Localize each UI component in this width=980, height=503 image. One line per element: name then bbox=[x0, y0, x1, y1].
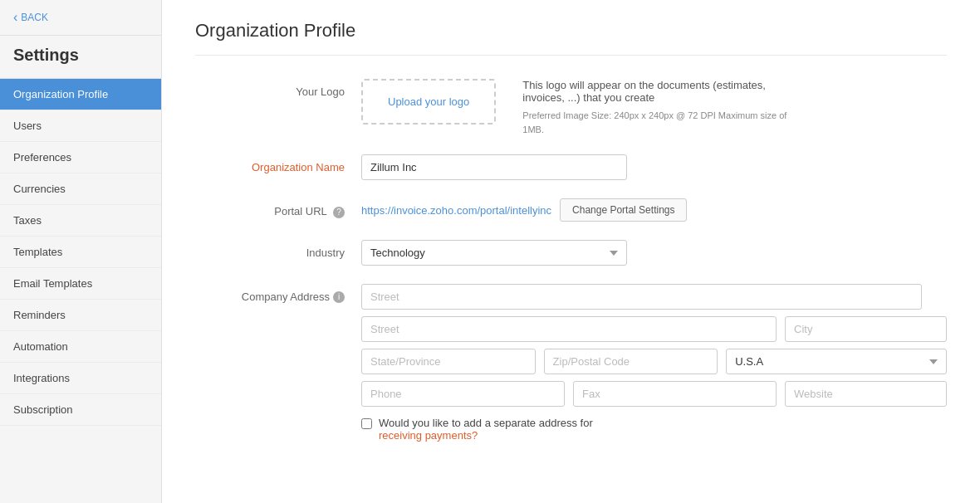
logo-upload-button[interactable]: Upload your logo bbox=[361, 79, 496, 125]
website-input[interactable] bbox=[785, 381, 947, 407]
company-address-row: Company Address i U.S.A Canada UK Austr bbox=[195, 284, 947, 442]
sidebar-item-subscription[interactable]: Subscription bbox=[0, 394, 161, 426]
city-input[interactable] bbox=[785, 316, 947, 342]
org-name-row: Organization Name bbox=[195, 154, 947, 180]
sidebar-item-taxes[interactable]: Taxes bbox=[0, 205, 161, 237]
industry-row: Industry Technology Finance Healthcare E… bbox=[195, 240, 947, 266]
separate-address-label: Would you like to add a separate address… bbox=[379, 417, 593, 442]
upload-label: Upload your logo bbox=[388, 95, 469, 108]
sidebar-item-currencies[interactable]: Currencies bbox=[0, 173, 161, 205]
street-input-2[interactable] bbox=[361, 316, 777, 342]
logo-info-sub: Preferred Image Size: 240px x 240px @ 72… bbox=[522, 109, 788, 136]
country-select[interactable]: U.S.A Canada UK Australia India Germany bbox=[726, 349, 947, 374]
company-address-content: U.S.A Canada UK Australia India Germany … bbox=[361, 284, 947, 442]
sidebar-item-templates[interactable]: Templates bbox=[0, 237, 161, 268]
sidebar-item-reminders[interactable]: Reminders bbox=[0, 300, 161, 331]
receiving-payments-link[interactable]: receiving payments? bbox=[379, 429, 478, 442]
sidebar-item-preferences[interactable]: Preferences bbox=[0, 142, 161, 173]
zip-input[interactable] bbox=[544, 349, 718, 374]
portal-url-link[interactable]: https://invoice.zoho.com/portal/intellyi… bbox=[361, 204, 551, 217]
industry-content: Technology Finance Healthcare Education … bbox=[361, 240, 947, 266]
company-address-info-icon[interactable]: i bbox=[333, 291, 345, 303]
state-input[interactable] bbox=[361, 349, 536, 374]
address-row-3: U.S.A Canada UK Australia India Germany bbox=[361, 349, 947, 374]
industry-select[interactable]: Technology Finance Healthcare Education … bbox=[361, 240, 627, 266]
street-input-1[interactable] bbox=[361, 284, 922, 310]
main-content: Organization Profile Your Logo Upload yo… bbox=[162, 0, 980, 503]
portal-url-label: Portal URL ? bbox=[195, 198, 361, 218]
sidebar: BACK Settings Organization Profile Users… bbox=[0, 0, 162, 503]
phone-input[interactable] bbox=[361, 381, 565, 407]
logo-row: Your Logo Upload your logo This logo wil… bbox=[195, 79, 947, 136]
portal-url-row: Portal URL ? https://invoice.zoho.com/po… bbox=[195, 198, 947, 222]
logo-content: Upload your logo This logo will appear o… bbox=[361, 79, 947, 136]
sidebar-item-automation[interactable]: Automation bbox=[0, 331, 161, 363]
sidebar-item-users[interactable]: Users bbox=[0, 110, 161, 142]
logo-label: Your Logo bbox=[195, 79, 361, 98]
company-address-label: Company Address i bbox=[195, 284, 361, 303]
org-name-label: Organization Name bbox=[195, 154, 361, 173]
logo-info-main: This logo will appear on the documents (… bbox=[522, 79, 788, 104]
back-button[interactable]: BACK bbox=[0, 0, 161, 36]
separate-address-row: Would you like to add a separate address… bbox=[361, 417, 947, 442]
page-title: Organization Profile bbox=[195, 20, 947, 56]
address-row-2 bbox=[361, 316, 947, 342]
sidebar-item-integrations[interactable]: Integrations bbox=[0, 363, 161, 394]
org-name-input[interactable] bbox=[361, 154, 627, 180]
org-name-content bbox=[361, 154, 947, 180]
address-row-4 bbox=[361, 381, 947, 407]
logo-info: This logo will appear on the documents (… bbox=[522, 79, 788, 136]
sidebar-item-email-templates[interactable]: Email Templates bbox=[0, 268, 161, 300]
portal-url-content: https://invoice.zoho.com/portal/intellyi… bbox=[361, 198, 947, 222]
industry-label: Industry bbox=[195, 240, 361, 259]
separate-address-checkbox[interactable] bbox=[361, 418, 372, 429]
portal-url-info-icon[interactable]: ? bbox=[333, 207, 345, 218]
change-portal-settings-button[interactable]: Change Portal Settings bbox=[560, 198, 687, 222]
sidebar-title: Settings bbox=[0, 36, 161, 79]
fax-input[interactable] bbox=[573, 381, 777, 407]
sidebar-item-organization-profile[interactable]: Organization Profile bbox=[0, 79, 161, 110]
